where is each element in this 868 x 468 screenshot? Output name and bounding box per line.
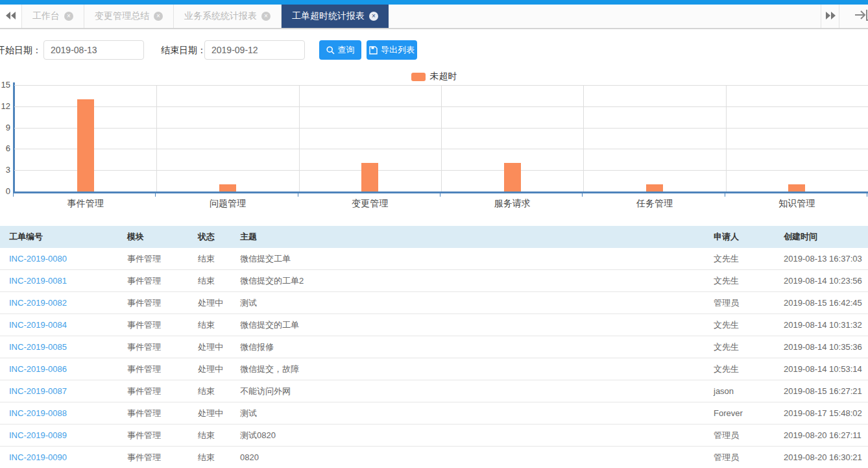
cell-subject: 微信提交，故障 — [240, 363, 714, 375]
cell-ticket-id[interactable]: INC-2019-0086 — [9, 364, 127, 374]
table-row: INC-2019-0089事件管理结束测试0820管理员2019-08-20 1… — [0, 425, 868, 447]
table-body: INC-2019-0080事件管理结束微信提交工单文先生2019-08-13 1… — [0, 248, 868, 468]
cell-ticket-id[interactable]: INC-2019-0085 — [9, 342, 127, 352]
cell-status: 结束 — [198, 452, 240, 463]
cell-subject: 0820 — [240, 452, 714, 462]
gridline-vertical — [441, 85, 442, 191]
x-axis-tick — [582, 193, 583, 197]
header-applicant: 申请人 — [714, 231, 784, 243]
category-label: 问题管理 — [156, 198, 298, 210]
tab-close-icon[interactable]: × — [64, 12, 73, 21]
export-button[interactable]: 导出列表 — [367, 40, 417, 60]
x-axis-tick — [155, 193, 156, 197]
cell-module: 事件管理 — [127, 386, 198, 397]
cell-module: 事件管理 — [127, 275, 198, 287]
cell-module: 事件管理 — [127, 297, 198, 309]
gridline-vertical — [726, 85, 727, 191]
cell-module: 事件管理 — [127, 452, 198, 463]
cell-ticket-id[interactable]: INC-2019-0089 — [9, 430, 127, 440]
tab-1[interactable]: 工作台× — [21, 5, 84, 28]
y-axis-tick-label: 3 — [0, 164, 10, 176]
cell-ticket-id[interactable]: INC-2019-0081 — [9, 276, 127, 286]
tab-bar-spacer — [389, 5, 821, 28]
category-label: 服务请求 — [441, 198, 583, 210]
start-date-input[interactable] — [43, 40, 144, 60]
x-axis-tick — [725, 193, 725, 197]
cell-module: 事件管理 — [127, 430, 198, 441]
end-date-input[interactable] — [204, 40, 305, 60]
cell-created-time: 2019-08-20 16:27:11 — [784, 430, 868, 440]
cell-created-time: 2019-08-13 16:37:03 — [784, 254, 868, 264]
chart-x-axis-line — [13, 191, 868, 193]
table-row: INC-2019-0086事件管理处理中微信提交，故障文先生2019-08-14… — [0, 358, 868, 380]
bar-任务管理 — [646, 184, 663, 191]
cell-applicant: 文先生 — [714, 341, 784, 353]
y-axis-tick-label: 6 — [0, 143, 10, 154]
cell-created-time: 2019-08-14 10:35:36 — [784, 342, 868, 352]
logout-icon — [854, 9, 868, 23]
cell-module: 事件管理 — [127, 341, 198, 353]
bar-知识管理 — [788, 184, 805, 191]
table-row: INC-2019-0087事件管理结束不能访问外网jason2019-08-15… — [0, 380, 868, 402]
tab-3[interactable]: 业务系统统计报表× — [174, 5, 282, 28]
query-button[interactable]: 查询 — [319, 40, 361, 60]
cell-subject: 不能访问外网 — [240, 386, 714, 397]
cell-ticket-id[interactable]: INC-2019-0087 — [9, 386, 127, 396]
cell-created-time: 2019-08-14 10:53:14 — [784, 364, 868, 374]
cell-subject: 测试0820 — [240, 430, 714, 441]
cell-created-time: 2019-08-20 16:30:21 — [784, 452, 868, 462]
cell-status: 结束 — [198, 275, 240, 287]
search-icon — [326, 46, 335, 55]
table-row: INC-2019-0084事件管理结束微信提交的工单文先生2019-08-14 … — [0, 314, 868, 336]
cell-created-time: 2019-08-15 16:42:45 — [784, 298, 868, 308]
cell-applicant: jason — [714, 386, 784, 396]
cell-status: 处理中 — [198, 297, 240, 309]
cell-applicant: 管理员 — [714, 430, 784, 441]
gridline-vertical — [583, 85, 584, 191]
double-chevron-left-icon — [6, 10, 16, 22]
y-axis-tick-label: 15 — [0, 79, 10, 91]
category-label: 事件管理 — [14, 198, 156, 210]
save-icon — [369, 46, 378, 55]
x-axis-tick — [298, 193, 298, 197]
cell-module: 事件管理 — [127, 363, 198, 375]
cell-module: 事件管理 — [127, 408, 198, 419]
cell-status: 结束 — [198, 319, 240, 331]
tab-4[interactable]: 工单超时统计报表× — [282, 5, 389, 28]
tabs-scroll-right-button[interactable] — [821, 5, 839, 28]
cell-applicant: 文先生 — [714, 363, 784, 375]
tabs-scroll-left-button[interactable] — [0, 5, 21, 28]
cell-status: 结束 — [198, 253, 240, 265]
start-date-label: 开始日期： — [0, 45, 42, 56]
cell-subject: 微信提交的工单2 — [240, 275, 714, 287]
x-axis-tick — [440, 193, 440, 197]
cell-module: 事件管理 — [127, 253, 198, 265]
header-module: 模块 — [127, 231, 198, 243]
chart-legend[interactable]: 未超时 — [0, 71, 868, 82]
legend-label: 未超时 — [430, 71, 457, 82]
cell-status: 处理中 — [198, 408, 240, 419]
tab-close-icon[interactable]: × — [369, 12, 378, 21]
table-row: INC-2019-0090事件管理结束0820管理员2019-08-20 16:… — [0, 447, 868, 468]
tab-label: 工单超时统计报表 — [292, 10, 365, 22]
query-button-label: 查询 — [338, 44, 355, 56]
table-row: INC-2019-0081事件管理结束微信提交的工单2文先生2019-08-14… — [0, 270, 868, 292]
tab-label: 业务系统统计报表 — [184, 10, 257, 22]
cell-ticket-id[interactable]: INC-2019-0088 — [9, 408, 127, 418]
category-label: 知识管理 — [726, 198, 868, 210]
exit-button[interactable] — [849, 5, 868, 28]
tab-list: 工作台×变更管理总结×业务系统统计报表×工单超时统计报表× — [21, 5, 389, 28]
cell-ticket-id[interactable]: INC-2019-0084 — [9, 320, 127, 330]
cell-ticket-id[interactable]: INC-2019-0080 — [9, 254, 127, 264]
tab-close-icon[interactable]: × — [154, 12, 163, 21]
header-status: 状态 — [198, 231, 240, 243]
y-axis-tick-label: 9 — [0, 122, 10, 134]
tab-2[interactable]: 变更管理总结× — [84, 5, 174, 28]
tab-close-icon[interactable]: × — [261, 12, 271, 21]
cell-ticket-id[interactable]: INC-2019-0082 — [9, 298, 127, 308]
cell-ticket-id[interactable]: INC-2019-0090 — [9, 452, 127, 462]
cell-applicant: 管理员 — [714, 452, 784, 463]
bar-服务请求 — [504, 163, 521, 191]
cell-status: 处理中 — [198, 363, 240, 375]
header-ticket-id: 工单编号 — [9, 231, 127, 243]
